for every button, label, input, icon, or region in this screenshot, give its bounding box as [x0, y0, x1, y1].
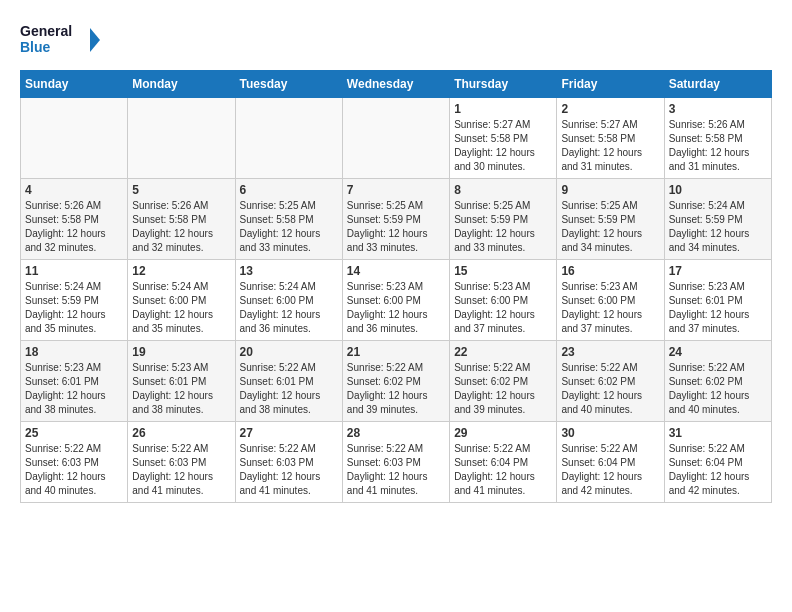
day-number: 4 [25, 183, 123, 197]
calendar-cell: 5Sunrise: 5:26 AMSunset: 5:58 PMDaylight… [128, 179, 235, 260]
day-number: 17 [669, 264, 767, 278]
calendar-cell [128, 98, 235, 179]
calendar-week-row: 1Sunrise: 5:27 AMSunset: 5:58 PMDaylight… [21, 98, 772, 179]
calendar-cell: 22Sunrise: 5:22 AMSunset: 6:02 PMDayligh… [450, 341, 557, 422]
day-number: 30 [561, 426, 659, 440]
day-number: 21 [347, 345, 445, 359]
calendar-cell: 25Sunrise: 5:22 AMSunset: 6:03 PMDayligh… [21, 422, 128, 503]
day-number: 10 [669, 183, 767, 197]
calendar-cell: 20Sunrise: 5:22 AMSunset: 6:01 PMDayligh… [235, 341, 342, 422]
day-info: Sunrise: 5:22 AMSunset: 6:02 PMDaylight:… [347, 361, 445, 417]
day-number: 2 [561, 102, 659, 116]
column-header-tuesday: Tuesday [235, 71, 342, 98]
calendar-cell: 18Sunrise: 5:23 AMSunset: 6:01 PMDayligh… [21, 341, 128, 422]
calendar-cell [342, 98, 449, 179]
day-info: Sunrise: 5:23 AMSunset: 6:01 PMDaylight:… [25, 361, 123, 417]
calendar-cell: 12Sunrise: 5:24 AMSunset: 6:00 PMDayligh… [128, 260, 235, 341]
day-info: Sunrise: 5:26 AMSunset: 5:58 PMDaylight:… [669, 118, 767, 174]
calendar-week-row: 18Sunrise: 5:23 AMSunset: 6:01 PMDayligh… [21, 341, 772, 422]
day-number: 7 [347, 183, 445, 197]
day-info: Sunrise: 5:24 AMSunset: 6:00 PMDaylight:… [132, 280, 230, 336]
day-info: Sunrise: 5:22 AMSunset: 6:02 PMDaylight:… [454, 361, 552, 417]
day-info: Sunrise: 5:23 AMSunset: 6:00 PMDaylight:… [454, 280, 552, 336]
calendar-cell [21, 98, 128, 179]
logo-svg: General Blue [20, 20, 100, 60]
calendar-cell: 6Sunrise: 5:25 AMSunset: 5:58 PMDaylight… [235, 179, 342, 260]
column-header-monday: Monday [128, 71, 235, 98]
day-info: Sunrise: 5:22 AMSunset: 6:04 PMDaylight:… [454, 442, 552, 498]
day-info: Sunrise: 5:22 AMSunset: 6:04 PMDaylight:… [561, 442, 659, 498]
header: General Blue [20, 20, 772, 60]
calendar-week-row: 11Sunrise: 5:24 AMSunset: 5:59 PMDayligh… [21, 260, 772, 341]
calendar-cell: 2Sunrise: 5:27 AMSunset: 5:58 PMDaylight… [557, 98, 664, 179]
calendar-cell: 24Sunrise: 5:22 AMSunset: 6:02 PMDayligh… [664, 341, 771, 422]
day-info: Sunrise: 5:26 AMSunset: 5:58 PMDaylight:… [25, 199, 123, 255]
calendar-header-row: SundayMondayTuesdayWednesdayThursdayFrid… [21, 71, 772, 98]
column-header-friday: Friday [557, 71, 664, 98]
day-info: Sunrise: 5:24 AMSunset: 5:59 PMDaylight:… [25, 280, 123, 336]
calendar-table: SundayMondayTuesdayWednesdayThursdayFrid… [20, 70, 772, 503]
day-number: 22 [454, 345, 552, 359]
day-number: 24 [669, 345, 767, 359]
calendar-cell: 31Sunrise: 5:22 AMSunset: 6:04 PMDayligh… [664, 422, 771, 503]
day-number: 29 [454, 426, 552, 440]
day-number: 25 [25, 426, 123, 440]
calendar-cell: 7Sunrise: 5:25 AMSunset: 5:59 PMDaylight… [342, 179, 449, 260]
calendar-cell: 4Sunrise: 5:26 AMSunset: 5:58 PMDaylight… [21, 179, 128, 260]
svg-text:General: General [20, 23, 72, 39]
day-info: Sunrise: 5:24 AMSunset: 6:00 PMDaylight:… [240, 280, 338, 336]
svg-text:Blue: Blue [20, 39, 51, 55]
day-info: Sunrise: 5:22 AMSunset: 6:03 PMDaylight:… [240, 442, 338, 498]
calendar-cell: 15Sunrise: 5:23 AMSunset: 6:00 PMDayligh… [450, 260, 557, 341]
calendar-cell: 8Sunrise: 5:25 AMSunset: 5:59 PMDaylight… [450, 179, 557, 260]
calendar-cell: 11Sunrise: 5:24 AMSunset: 5:59 PMDayligh… [21, 260, 128, 341]
calendar-week-row: 4Sunrise: 5:26 AMSunset: 5:58 PMDaylight… [21, 179, 772, 260]
day-number: 19 [132, 345, 230, 359]
calendar-cell: 23Sunrise: 5:22 AMSunset: 6:02 PMDayligh… [557, 341, 664, 422]
day-info: Sunrise: 5:23 AMSunset: 6:01 PMDaylight:… [132, 361, 230, 417]
day-info: Sunrise: 5:25 AMSunset: 5:59 PMDaylight:… [347, 199, 445, 255]
column-header-wednesday: Wednesday [342, 71, 449, 98]
day-info: Sunrise: 5:27 AMSunset: 5:58 PMDaylight:… [561, 118, 659, 174]
day-info: Sunrise: 5:25 AMSunset: 5:58 PMDaylight:… [240, 199, 338, 255]
day-info: Sunrise: 5:25 AMSunset: 5:59 PMDaylight:… [454, 199, 552, 255]
day-number: 11 [25, 264, 123, 278]
calendar-cell: 17Sunrise: 5:23 AMSunset: 6:01 PMDayligh… [664, 260, 771, 341]
day-info: Sunrise: 5:24 AMSunset: 5:59 PMDaylight:… [669, 199, 767, 255]
day-number: 1 [454, 102, 552, 116]
day-info: Sunrise: 5:22 AMSunset: 6:02 PMDaylight:… [561, 361, 659, 417]
calendar-cell: 29Sunrise: 5:22 AMSunset: 6:04 PMDayligh… [450, 422, 557, 503]
calendar-cell: 27Sunrise: 5:22 AMSunset: 6:03 PMDayligh… [235, 422, 342, 503]
logo: General Blue [20, 20, 100, 60]
day-number: 6 [240, 183, 338, 197]
column-header-thursday: Thursday [450, 71, 557, 98]
day-number: 9 [561, 183, 659, 197]
day-number: 12 [132, 264, 230, 278]
day-number: 26 [132, 426, 230, 440]
calendar-cell: 30Sunrise: 5:22 AMSunset: 6:04 PMDayligh… [557, 422, 664, 503]
day-info: Sunrise: 5:25 AMSunset: 5:59 PMDaylight:… [561, 199, 659, 255]
day-info: Sunrise: 5:22 AMSunset: 6:03 PMDaylight:… [25, 442, 123, 498]
calendar-cell: 10Sunrise: 5:24 AMSunset: 5:59 PMDayligh… [664, 179, 771, 260]
day-number: 16 [561, 264, 659, 278]
calendar-cell: 21Sunrise: 5:22 AMSunset: 6:02 PMDayligh… [342, 341, 449, 422]
calendar-cell: 28Sunrise: 5:22 AMSunset: 6:03 PMDayligh… [342, 422, 449, 503]
day-number: 13 [240, 264, 338, 278]
day-number: 27 [240, 426, 338, 440]
day-info: Sunrise: 5:22 AMSunset: 6:03 PMDaylight:… [347, 442, 445, 498]
calendar-cell: 9Sunrise: 5:25 AMSunset: 5:59 PMDaylight… [557, 179, 664, 260]
day-info: Sunrise: 5:27 AMSunset: 5:58 PMDaylight:… [454, 118, 552, 174]
day-info: Sunrise: 5:23 AMSunset: 6:01 PMDaylight:… [669, 280, 767, 336]
day-info: Sunrise: 5:22 AMSunset: 6:02 PMDaylight:… [669, 361, 767, 417]
day-number: 31 [669, 426, 767, 440]
day-number: 8 [454, 183, 552, 197]
calendar-cell: 13Sunrise: 5:24 AMSunset: 6:00 PMDayligh… [235, 260, 342, 341]
calendar-cell: 16Sunrise: 5:23 AMSunset: 6:00 PMDayligh… [557, 260, 664, 341]
day-number: 3 [669, 102, 767, 116]
calendar-cell: 14Sunrise: 5:23 AMSunset: 6:00 PMDayligh… [342, 260, 449, 341]
calendar-cell [235, 98, 342, 179]
day-info: Sunrise: 5:23 AMSunset: 6:00 PMDaylight:… [347, 280, 445, 336]
day-info: Sunrise: 5:26 AMSunset: 5:58 PMDaylight:… [132, 199, 230, 255]
day-number: 20 [240, 345, 338, 359]
day-number: 5 [132, 183, 230, 197]
